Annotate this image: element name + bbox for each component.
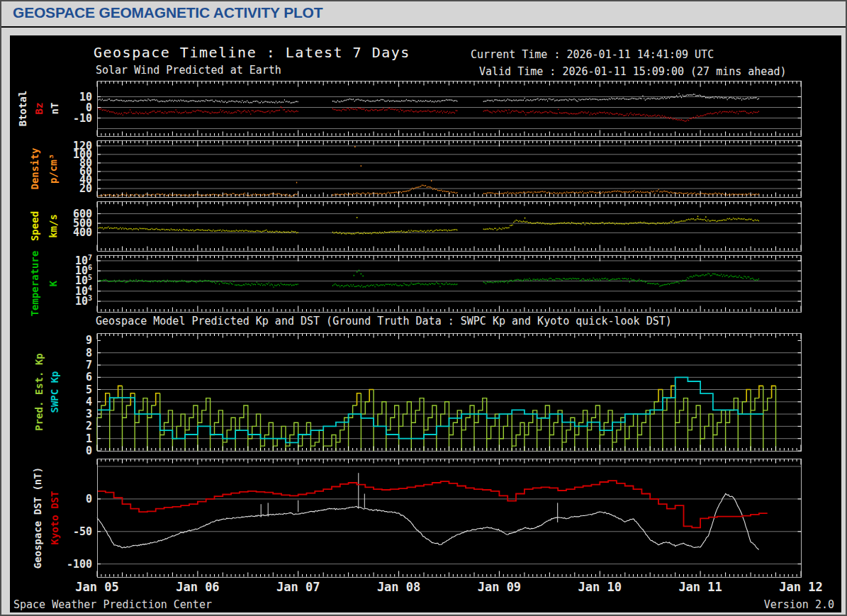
x-axis-label: Jan 12 xyxy=(779,580,822,594)
svg-text:4: 4 xyxy=(86,396,92,408)
svg-text:1: 1 xyxy=(86,432,92,445)
svg-text:2: 2 xyxy=(86,420,92,432)
plot-title: Geospace Timeline : Latest 7 Days xyxy=(94,45,410,60)
svg-text:nT: nT xyxy=(49,103,60,115)
svg-text:9: 9 xyxy=(86,334,92,347)
geospace-plot-area: 100-10BtotalBznT12010080604020Densityp/c… xyxy=(10,35,841,612)
svg-text:-100: -100 xyxy=(67,558,92,571)
svg-text:SWPC Kp: SWPC Kp xyxy=(49,371,60,413)
svg-text:km/s: km/s xyxy=(47,214,59,238)
svg-text:p/cm³: p/cm³ xyxy=(47,154,59,184)
svg-text:103: 103 xyxy=(75,294,92,308)
svg-text:-50: -50 xyxy=(73,525,92,538)
svg-text:5: 5 xyxy=(86,383,92,396)
svg-text:Btotal: Btotal xyxy=(17,91,28,127)
kp-section-title: Geospace Model Predicted Kp and DST (Gro… xyxy=(96,315,672,327)
svg-text:Temperature: Temperature xyxy=(29,251,40,317)
title-divider xyxy=(1,26,846,28)
x-axis-label: Jan 05 xyxy=(75,580,118,594)
svg-text:K: K xyxy=(47,280,59,286)
x-axis-label: Jan 08 xyxy=(377,580,420,594)
svg-text:20: 20 xyxy=(79,182,92,195)
svg-text:Speed: Speed xyxy=(29,211,40,241)
svg-text:Density: Density xyxy=(29,147,40,190)
svg-text:8: 8 xyxy=(86,347,92,359)
x-axis-label: Jan 11 xyxy=(678,580,722,594)
svg-text:400: 400 xyxy=(73,226,92,239)
svg-text:Pred. Est. Kp: Pred. Est. Kp xyxy=(33,353,45,431)
footer-version: Version 2.0 xyxy=(764,599,834,611)
x-axis-label: Jan 10 xyxy=(578,580,622,594)
x-axis-label: Jan 06 xyxy=(176,580,219,594)
svg-text:0: 0 xyxy=(86,444,92,457)
current-time-text: Current Time : 2026-01-11 14:41:09 UTC xyxy=(471,49,714,61)
x-axis-label: Jan 09 xyxy=(478,580,521,594)
svg-text:0: 0 xyxy=(86,493,92,505)
svg-text:7: 7 xyxy=(86,359,92,371)
valid-time-text: Valid Time : 2026-01-11 15:09:00 (27 min… xyxy=(479,66,786,78)
footer-source: Space Weather Prediction Center xyxy=(13,599,212,611)
svg-text:3: 3 xyxy=(86,408,92,420)
svg-text:Kyoto DST: Kyoto DST xyxy=(49,491,60,545)
svg-text:-10: -10 xyxy=(73,112,92,125)
plot-subtitle: Solar Wind Predicted at Earth xyxy=(96,65,281,77)
window-title: GEOSPACE GEOMAGNETIC ACTIVITY PLOT xyxy=(13,4,322,21)
svg-text:Bz: Bz xyxy=(33,103,45,115)
geospace-activity-window: GEOSPACE GEOMAGNETIC ACTIVITY PLOT 100-1… xyxy=(0,0,847,616)
svg-text:Geospace DST (nT): Geospace DST (nT) xyxy=(32,467,43,569)
x-axis-label: Jan 07 xyxy=(276,580,320,594)
svg-text:6: 6 xyxy=(86,371,92,383)
